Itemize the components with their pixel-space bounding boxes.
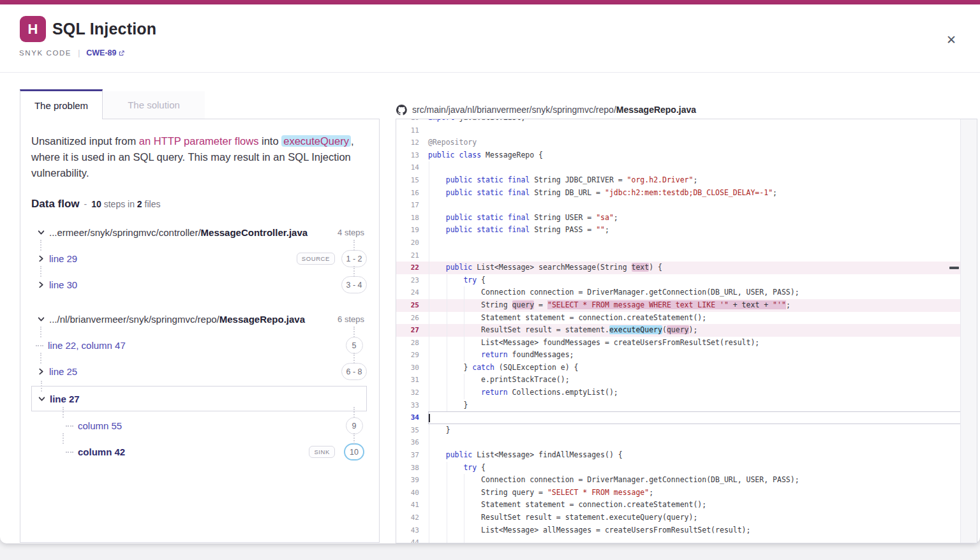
chevron-wrap xyxy=(33,229,49,236)
code-line: 26 Statement statement = connection.crea… xyxy=(396,312,977,325)
line-number: 30 xyxy=(396,362,428,374)
chevron-wrap xyxy=(33,316,49,323)
dataflow-file-row[interactable]: .../nl/brianvermeer/snyk/springmvc/repo/… xyxy=(31,306,367,332)
code-token xyxy=(428,175,446,184)
code-token: java.util.List; xyxy=(455,119,526,122)
line-number: 14 xyxy=(396,161,428,174)
line-content: } catch (SQLException e) { xyxy=(428,362,961,374)
line-number: 24 xyxy=(396,286,428,299)
line-content xyxy=(428,199,961,212)
dataflow-step-row[interactable]: column 42SINK10 xyxy=(31,439,367,465)
code-token: public xyxy=(446,450,473,459)
cwe-link[interactable]: CWE-89 xyxy=(86,48,124,57)
snyk-code-label: SNYK CODE xyxy=(19,49,71,57)
pill-wrap: 6 - 8 xyxy=(341,363,367,380)
code-line: 44 xyxy=(396,536,977,543)
indent-guide-line xyxy=(429,399,429,412)
indent-guide-line xyxy=(447,524,447,537)
line-content: Connection connection = DriverManager.ge… xyxy=(428,474,961,487)
indent-guide-line xyxy=(429,436,429,449)
pill-wrap: 5 xyxy=(341,337,367,354)
code-line: 21 xyxy=(396,249,977,262)
indent-guide-line xyxy=(447,324,447,337)
indent-guide-line xyxy=(447,312,447,325)
code-token: } xyxy=(428,401,468,409)
indent-guide-line xyxy=(447,512,447,524)
code-token xyxy=(428,463,463,472)
line-content: return foundMessages; xyxy=(428,349,961,362)
code-token: ( xyxy=(662,325,667,334)
step-right: 6 - 8 xyxy=(341,363,367,380)
chevron-down-icon xyxy=(38,316,45,323)
code-token: ; xyxy=(614,213,618,222)
code-token: { xyxy=(477,276,486,284)
dataflow-step-row[interactable]: line 22, column 475 xyxy=(31,332,367,358)
dotted-connector xyxy=(40,327,41,337)
line-number: 18 xyxy=(396,212,428,225)
line-number: 20 xyxy=(396,237,428,249)
code-token: "" xyxy=(596,225,605,234)
code-token: List<Message> searchMessage(String xyxy=(472,263,631,272)
code-token: public xyxy=(446,263,473,272)
dotted-connector xyxy=(41,381,42,392)
line-content: ResultSet result = statement.executeQuer… xyxy=(428,512,961,524)
line-content xyxy=(428,161,961,174)
file-steps-count: 6 steps xyxy=(338,314,367,324)
indent-guide-line xyxy=(464,512,464,524)
indent-guide-line xyxy=(429,424,429,437)
line-content xyxy=(428,411,961,424)
tab-the-solution[interactable]: The solution xyxy=(103,91,205,119)
code-token: public static final xyxy=(446,188,530,197)
code-token: query xyxy=(512,300,535,309)
dataflow-step-row[interactable]: column 559 xyxy=(31,413,367,439)
code-viewer: 10import java.util.List;1112@Repository1… xyxy=(396,119,977,543)
description-link[interactable]: an HTTP parameter flows xyxy=(139,135,259,147)
indent-guide-line xyxy=(464,536,464,543)
line-content xyxy=(428,237,961,249)
modal-header: H SQL Injection SNYK CODE | CWE-89 ✕ xyxy=(0,4,980,73)
line-number: 29 xyxy=(396,349,428,362)
code-line: 16 public static final String DB_URL = "… xyxy=(396,187,977,200)
code-line: 35 } xyxy=(396,424,977,437)
line-number: 39 xyxy=(396,474,428,487)
dataflow-step-row[interactable]: line 27 xyxy=(31,386,367,411)
file-path-filename: MessageRepo.java xyxy=(616,105,696,115)
code-line: 23 try { xyxy=(396,274,977,287)
dataflow-summary-part: 10 xyxy=(91,199,101,209)
dataflow-step-row[interactable]: line 29SOURCE1 - 2 xyxy=(31,246,367,272)
code-line: 29 return foundMessages; xyxy=(396,349,977,362)
line-number: 27 xyxy=(396,324,428,337)
code-token: ; xyxy=(786,300,791,309)
dataflow-summary: 10 steps in 2 files xyxy=(91,199,160,209)
step-label: column 42 xyxy=(78,446,125,457)
dotted-connector xyxy=(40,266,41,277)
code-line: 36 xyxy=(396,436,977,449)
code-token: "SELECT * FROM message" xyxy=(547,488,649,497)
dataflow-file-row[interactable]: ...ermeer/snyk/springmvc/controller/Mess… xyxy=(31,219,367,246)
indent-guide-line xyxy=(447,337,447,350)
line-content xyxy=(428,249,961,262)
dataflow-step-row[interactable]: line 256 - 8 xyxy=(31,358,367,385)
code-token: Statement statement = connection.createS… xyxy=(428,313,706,322)
indent-guide-line xyxy=(447,536,447,543)
indent-guide-line xyxy=(429,199,429,212)
step-range-badge: 6 - 8 xyxy=(341,363,367,380)
line-number: 16 xyxy=(396,187,428,200)
step-right: 5 xyxy=(341,337,367,354)
line-number: 13 xyxy=(396,149,428,162)
indent-guide-line xyxy=(447,387,447,399)
tab-the-problem[interactable]: The problem xyxy=(20,89,103,119)
code-scrollbar[interactable] xyxy=(960,119,977,543)
line-content: try { xyxy=(428,462,961,475)
code-line: 27 ResultSet result = statement.executeQ… xyxy=(396,324,977,337)
chevron-down-icon xyxy=(38,395,45,402)
code-line: 15 public static final String JDBC_DRIVE… xyxy=(396,174,977,187)
code-line: 33 } xyxy=(396,399,977,412)
dotted-connector xyxy=(353,327,355,337)
close-button[interactable]: ✕ xyxy=(943,31,960,48)
dataflow-heading-separator: - xyxy=(84,199,87,209)
code-token: List<Message> findAllMessages() { xyxy=(472,450,622,459)
dataflow-step-row[interactable]: line 303 - 4 xyxy=(31,272,367,298)
step-label: line 30 xyxy=(49,279,77,290)
indent-guide-line xyxy=(447,362,447,374)
